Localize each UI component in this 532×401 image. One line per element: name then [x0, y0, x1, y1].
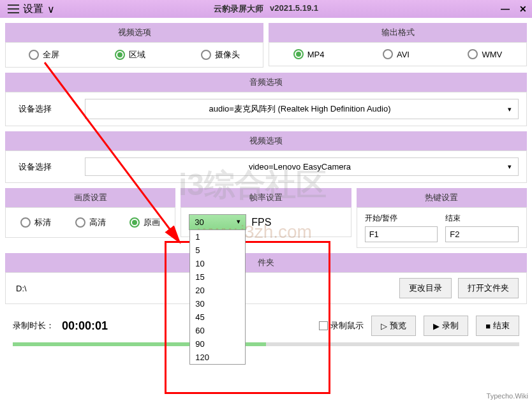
- radio-hd[interactable]: 高清: [75, 217, 106, 228]
- app-title-area: 云豹录屏大师 v2021.5.19.1: [214, 3, 318, 15]
- video-options-panel: 视频选项 全屏 区域 摄像头: [5, 23, 263, 68]
- radio-icon: [293, 49, 304, 59]
- radio-icon: [115, 50, 125, 60]
- fps-panel: 帧率设置 30 ▾ 1510152030456090120 FPS: [181, 188, 351, 248]
- radio-avi[interactable]: AVI: [383, 49, 410, 59]
- fps-option[interactable]: 45: [190, 310, 245, 324]
- audio-device-label: 设备选择: [13, 103, 77, 115]
- video-device-label: 设备选择: [13, 161, 77, 173]
- radio-icon: [383, 49, 393, 59]
- fps-dropdown[interactable]: 30 ▾ 1510152030456090120: [189, 214, 246, 230]
- end-button[interactable]: ■结束: [476, 316, 519, 336]
- video-device-dropdown[interactable]: video=Lenovo EasyCamera ▾: [85, 157, 519, 176]
- chevron-down-icon: ∨: [47, 3, 55, 15]
- video-options2-panel: 视频选项 设备选择 video=Lenovo EasyCamera ▾: [5, 131, 527, 183]
- fps-option[interactable]: 1: [190, 230, 245, 244]
- settings-menu-button[interactable]: 设置 ∨: [0, 0, 63, 18]
- record-button[interactable]: ▶录制: [424, 316, 468, 336]
- minimize-button[interactable]: —: [496, 2, 514, 16]
- folder-panel: 件夹 D:\ 更改目录 打开文件夹: [5, 253, 527, 304]
- hotkey-start-field[interactable]: F1: [365, 226, 438, 242]
- settings-label: 设置: [23, 3, 43, 16]
- hotkey-start-label: 开始/暂停: [365, 213, 438, 224]
- hotkey-end-field[interactable]: F2: [445, 226, 519, 242]
- radio-mp4[interactable]: MP4: [293, 49, 325, 59]
- hotkey-panel: 热键设置 开始/暂停 F1 结束 F2: [357, 188, 527, 248]
- fps-option[interactable]: 10: [190, 257, 245, 270]
- output-format-header: 输出格式: [269, 23, 527, 42]
- radio-region[interactable]: 区域: [115, 49, 145, 61]
- bottom-bar: 录制时长： 00:00:01 录制鼠示 ▷预览 ▶录制 ■结束: [5, 309, 527, 342]
- folder-header: 件夹: [5, 253, 527, 272]
- preview-button[interactable]: ▷预览: [371, 316, 416, 336]
- radio-icon: [75, 217, 85, 228]
- progress-bar: [13, 342, 519, 346]
- fps-header: 帧率设置: [181, 188, 351, 207]
- fps-option[interactable]: 60: [190, 324, 245, 337]
- radio-icon: [29, 50, 39, 60]
- audio-options-panel: 音频选项 设备选择 audio=麦克风阵列 (Realtek High Defi…: [5, 73, 527, 126]
- play-icon: ▷: [381, 321, 387, 331]
- change-folder-button[interactable]: 更改目录: [399, 278, 452, 298]
- video-options-header: 视频选项: [5, 23, 263, 42]
- fps-option[interactable]: 5: [190, 244, 245, 257]
- quality-panel: 画质设置 标清 高清 原画: [5, 188, 175, 248]
- play-icon: ▶: [433, 321, 440, 331]
- credit-text: Typecho.Wiki: [487, 392, 528, 400]
- hotkey-header: 热键设置: [357, 188, 527, 207]
- chevron-down-icon: ▾: [237, 217, 240, 227]
- video-options2-header: 视频选项: [5, 131, 527, 150]
- audio-options-header: 音频选项: [5, 73, 527, 92]
- checkbox-icon: [319, 321, 328, 330]
- window-controls: — ✕: [496, 2, 532, 16]
- hotkey-end-label: 结束: [445, 213, 519, 224]
- chevron-down-icon: ▾: [508, 105, 512, 113]
- app-version: v2021.5.19.1: [270, 3, 318, 15]
- radio-icon: [468, 49, 478, 59]
- timer-label: 录制时长：: [13, 320, 54, 332]
- app-title: 云豹录屏大师: [214, 3, 263, 15]
- quality-header: 画质设置: [5, 188, 175, 207]
- radio-wmv[interactable]: WMV: [468, 49, 502, 59]
- radio-icon: [20, 217, 31, 228]
- radio-fullscreen[interactable]: 全屏: [29, 49, 59, 61]
- fps-option[interactable]: 90: [190, 337, 245, 351]
- stop-icon: ■: [485, 321, 491, 331]
- fps-option[interactable]: 20: [190, 284, 245, 297]
- radio-orig[interactable]: 原画: [129, 217, 160, 228]
- fps-option[interactable]: 15: [190, 270, 245, 284]
- title-bar: 设置 ∨ 云豹录屏大师 v2021.5.19.1 — ✕: [0, 0, 532, 18]
- fps-option-list: 1510152030456090120: [189, 230, 246, 365]
- fps-option[interactable]: 120: [190, 351, 245, 364]
- radio-icon: [129, 217, 140, 228]
- radio-camera[interactable]: 摄像头: [201, 49, 240, 61]
- fps-option[interactable]: 30: [190, 297, 245, 310]
- close-button[interactable]: ✕: [514, 2, 532, 16]
- hamburger-icon: [8, 4, 19, 13]
- output-format-panel: 输出格式 MP4 AVI WMV: [269, 23, 527, 68]
- radio-icon: [201, 50, 211, 60]
- open-folder-button[interactable]: 打开文件夹: [458, 278, 519, 298]
- fps-unit: FPS: [251, 217, 271, 228]
- audio-device-dropdown[interactable]: audio=麦克风阵列 (Realtek High Definition Aud…: [85, 99, 519, 119]
- timer-value: 00:00:01: [62, 319, 108, 333]
- chevron-down-icon: ▾: [508, 163, 512, 171]
- record-mouse-checkbox[interactable]: 录制鼠示: [319, 320, 364, 332]
- radio-sd[interactable]: 标清: [20, 217, 51, 228]
